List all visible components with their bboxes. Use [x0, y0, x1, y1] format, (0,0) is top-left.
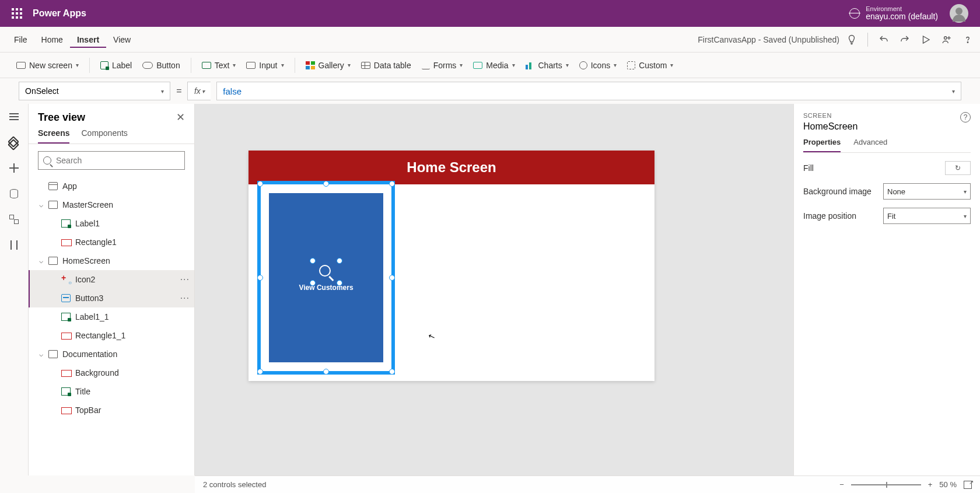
- resize-handle[interactable]: [323, 181, 329, 187]
- new-screen-button[interactable]: New screen ▾: [16, 61, 79, 70]
- tree-node-rectangle1[interactable]: Rectangle1: [29, 233, 194, 251]
- image-position-dropdown[interactable]: Fit ▾: [883, 208, 971, 224]
- insert-icons-button[interactable]: Icons ▾: [579, 61, 617, 70]
- tree-view-icon[interactable]: [8, 137, 20, 148]
- hamburger-icon[interactable]: [8, 111, 20, 123]
- tab-screens[interactable]: Screens: [38, 128, 69, 144]
- tree-node-homescreen[interactable]: ⌵ HomeScreen: [29, 251, 194, 270]
- tree-node-documentation[interactable]: ⌵ Documentation: [29, 345, 194, 363]
- fit-to-window-icon[interactable]: [964, 481, 972, 489]
- menu-insert[interactable]: Insert: [70, 32, 106, 48]
- insert-custom-button[interactable]: Custom ▾: [627, 61, 673, 70]
- insert-gallery-button[interactable]: Gallery ▾: [306, 61, 351, 70]
- formula-input[interactable]: false ▾: [216, 82, 961, 100]
- tree-node-button3[interactable]: Button3 ···: [29, 289, 194, 307]
- tree-node-app[interactable]: App: [29, 177, 194, 195]
- insert-ribbon: New screen ▾ Label Button Text ▾ Input ▾…: [0, 53, 980, 78]
- menu-home[interactable]: Home: [34, 32, 70, 48]
- insert-forms-button[interactable]: Forms ▾: [422, 61, 463, 70]
- tree-node-background[interactable]: Background: [29, 363, 194, 382]
- card-button[interactable]: View Customers: [269, 193, 383, 362]
- color-picker[interactable]: [945, 161, 971, 175]
- node-label: Background: [75, 368, 119, 377]
- insert-text-button[interactable]: Text ▾: [202, 61, 236, 70]
- node-label: Label1: [75, 219, 100, 228]
- chevron-down-icon[interactable]: ⌵: [38, 257, 44, 265]
- tree-node-topbar[interactable]: TopBar: [29, 401, 194, 419]
- search-box[interactable]: [38, 151, 185, 170]
- insert-charts-button[interactable]: Charts ▾: [526, 61, 569, 70]
- node-label: Rectangle1: [75, 237, 117, 247]
- tree-node-label1-1[interactable]: Label1_1: [29, 307, 194, 326]
- divider: [867, 33, 868, 47]
- insert-input-button[interactable]: Input ▾: [246, 61, 284, 70]
- resize-handle[interactable]: [389, 275, 395, 281]
- resize-handle[interactable]: [310, 280, 316, 286]
- advanced-tools-icon[interactable]: [8, 239, 20, 251]
- tree-node-label1[interactable]: Label1: [29, 214, 194, 233]
- resize-handle[interactable]: [389, 181, 395, 187]
- tree-node-rectangle1-1[interactable]: Rectangle1_1: [29, 326, 194, 345]
- help-icon[interactable]: [963, 34, 973, 45]
- tab-components[interactable]: Components: [81, 128, 127, 144]
- play-icon[interactable]: [921, 34, 931, 45]
- insert-media-button[interactable]: Media ▾: [473, 61, 514, 70]
- tree-node-icon2[interactable]: Icon2 ···: [29, 270, 194, 289]
- selected-control[interactable]: View Customers: [257, 181, 395, 375]
- gallery-icon: [306, 61, 315, 69]
- tree-node-title[interactable]: Title: [29, 382, 194, 401]
- property-dropdown[interactable]: OnSelect ▾: [19, 82, 170, 100]
- share-icon[interactable]: [942, 34, 952, 45]
- insert-pane-icon[interactable]: [8, 162, 20, 174]
- user-avatar[interactable]: [950, 4, 968, 23]
- zoom-slider[interactable]: [851, 484, 921, 485]
- tree-view-panel: Tree view ✕ Screens Components App ⌵ Mas…: [28, 104, 195, 475]
- menu-view[interactable]: View: [106, 32, 138, 48]
- chevron-down-icon: ▾: [202, 88, 205, 95]
- zoom-in-button[interactable]: +: [928, 480, 933, 489]
- zoom-out-button[interactable]: −: [839, 480, 844, 489]
- resize-handle[interactable]: [310, 258, 316, 264]
- background-image-dropdown[interactable]: None ▾: [883, 183, 971, 200]
- search-input[interactable]: [56, 156, 180, 165]
- more-icon[interactable]: ···: [180, 274, 190, 285]
- redo-icon[interactable]: [900, 34, 910, 45]
- fx-button[interactable]: fx ▾: [187, 82, 211, 100]
- resize-handle[interactable]: [323, 369, 329, 375]
- app-checker-icon[interactable]: [846, 34, 857, 45]
- prop-label: Fill: [803, 163, 814, 173]
- chevron-down-icon[interactable]: ⌵: [38, 201, 44, 209]
- tree-node-masterscreen[interactable]: ⌵ MasterScreen: [29, 195, 194, 214]
- app-launcher-icon[interactable]: [12, 8, 22, 19]
- tab-advanced[interactable]: Advanced: [853, 138, 887, 152]
- undo-icon[interactable]: [878, 34, 889, 45]
- resize-handle[interactable]: [257, 181, 263, 187]
- help-icon[interactable]: ?: [960, 112, 971, 123]
- separator: [191, 58, 191, 73]
- media-label: Media: [486, 61, 508, 70]
- resize-handle[interactable]: [337, 280, 342, 286]
- resize-handle[interactable]: [337, 258, 342, 264]
- screen-title-bar: Home Screen: [249, 151, 654, 184]
- close-icon[interactable]: ✕: [176, 111, 185, 124]
- tab-properties[interactable]: Properties: [803, 138, 841, 152]
- chevron-down-icon[interactable]: ⌵: [38, 350, 44, 358]
- canvas-screen[interactable]: Home Screen View Customers: [249, 151, 654, 381]
- media-pane-icon[interactable]: [8, 214, 20, 225]
- data-pane-icon[interactable]: [8, 188, 20, 200]
- resize-handle[interactable]: [257, 369, 263, 375]
- insert-button-button[interactable]: Button: [142, 61, 180, 70]
- rectangle-icon: [61, 369, 71, 377]
- menu-file[interactable]: File: [7, 32, 34, 48]
- charts-icon: [526, 61, 535, 69]
- resize-handle[interactable]: [389, 369, 395, 375]
- more-icon[interactable]: ···: [180, 293, 190, 303]
- environment-picker[interactable]: Environment enayu.com (default): [849, 5, 938, 21]
- forms-label: Forms: [433, 61, 457, 70]
- chevron-down-icon: ▾: [670, 62, 673, 68]
- text-icon: [202, 62, 211, 69]
- insert-label-button[interactable]: Label: [100, 61, 132, 70]
- canvas[interactable]: Home Screen View Customers: [195, 104, 793, 475]
- resize-handle[interactable]: [257, 275, 263, 281]
- insert-datatable-button[interactable]: Data table: [361, 61, 411, 70]
